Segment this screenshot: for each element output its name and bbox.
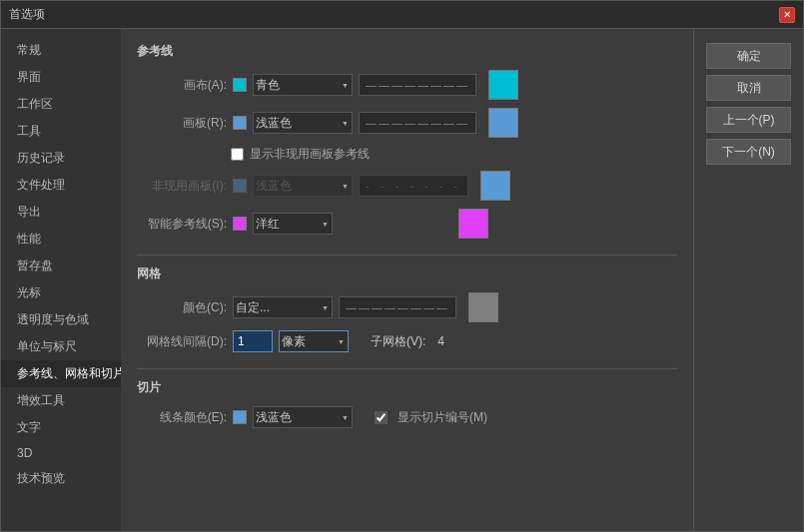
board-label: 画板(R): xyxy=(137,115,227,132)
grid-interval-label: 网格线间隔(D): xyxy=(137,333,227,350)
grid-color-select-wrapper: 自定... 浅蓝色 青色 洋红 xyxy=(233,296,333,318)
grid-interval-row: 网格线间隔(D): 像素 厘米 毫米 英寸 点 子网格(V): 4 xyxy=(137,330,677,352)
show-nonactive-label: 显示非现用画板参考线 xyxy=(250,146,370,163)
slice-color-select[interactable]: 浅蓝色 青色 洋红 黄色 绿色 红色 自定... xyxy=(253,406,353,428)
guides-title: 参考线 xyxy=(137,43,677,60)
canvas-label: 画布(A): xyxy=(137,77,227,94)
canvas-dash-line: ———————— xyxy=(359,74,476,96)
smart-row: 智能参考线(S): 洋红 青色 浅蓝色 黄色 绿色 红色 自定... xyxy=(137,209,677,239)
nonactive-color-box[interactable] xyxy=(480,171,510,201)
dialog-content: 常规 界面 工作区 工具 历史记录 文件处理 导出 性能 暂存盘 光标 透明度与… xyxy=(1,29,803,531)
nonactive-color-swatch xyxy=(233,179,247,193)
sidebar-item-units[interactable]: 单位与标尺 xyxy=(1,333,121,360)
subgrid-value: 4 xyxy=(437,334,444,348)
board-row: 画板(R): 浅蓝色 青色 洋红 黄色 绿色 红色 自定... — xyxy=(137,108,677,138)
grid-color-label: 颜色(C): xyxy=(137,299,227,316)
smart-color-box[interactable] xyxy=(458,209,488,239)
smart-color-select[interactable]: 洋红 青色 浅蓝色 黄色 绿色 红色 自定... xyxy=(253,213,333,235)
sidebar-item-workspace[interactable]: 工作区 xyxy=(1,91,121,118)
sidebar-item-general[interactable]: 常规 xyxy=(1,37,121,64)
dialog-title: 首选项 xyxy=(9,6,45,23)
slice-color-row: 线条颜色(E): 浅蓝色 青色 洋红 黄色 绿色 红色 自定... xyxy=(137,406,677,428)
board-color-box[interactable] xyxy=(488,108,518,138)
main-panel: 参考线 画布(A): 青色 浅蓝色 洋红 黄色 绿色 红色 自定... xyxy=(121,29,693,531)
nonactive-label: 非现用画板(I): xyxy=(137,178,227,195)
title-bar: 首选项 ✕ xyxy=(1,1,803,29)
sidebar-item-tools[interactable]: 工具 xyxy=(1,118,121,145)
grid-section: 网格 颜色(C): 自定... 浅蓝色 青色 洋红 ———————— xyxy=(137,266,677,352)
grid-interval-input[interactable] xyxy=(233,330,273,352)
show-nonactive-checkbox[interactable] xyxy=(231,148,244,161)
canvas-color-swatch xyxy=(233,78,247,92)
board-color-select[interactable]: 浅蓝色 青色 洋红 黄色 绿色 红色 自定... xyxy=(253,112,353,134)
nonactive-row: 非现用画板(I): 浅蓝色 - - - - - - - xyxy=(137,171,677,201)
section-divider-2 xyxy=(137,368,677,369)
canvas-row: 画布(A): 青色 浅蓝色 洋红 黄色 绿色 红色 自定... — xyxy=(137,70,677,100)
sidebar-item-export[interactable]: 导出 xyxy=(1,199,121,226)
close-button[interactable]: ✕ xyxy=(779,7,795,23)
grid-title: 网格 xyxy=(137,266,677,282)
slice-color-label: 线条颜色(E): xyxy=(137,409,227,426)
smart-label: 智能参考线(S): xyxy=(137,216,227,233)
sidebar-item-performance[interactable]: 性能 xyxy=(1,226,121,253)
nonactive-color-select-wrapper: 浅蓝色 xyxy=(253,175,353,197)
subgrid-label: 子网格(V): xyxy=(371,333,425,350)
sidebar-item-filehandling[interactable]: 文件处理 xyxy=(1,172,121,199)
sidebar-item-type[interactable]: 文字 xyxy=(1,414,121,441)
right-panel: 确定 取消 上一个(P) 下一个(N) xyxy=(693,29,803,531)
show-numbers-checkbox[interactable] xyxy=(375,411,388,424)
grid-unit-select-wrapper: 像素 厘米 毫米 英寸 点 xyxy=(279,330,349,352)
guides-section: 参考线 画布(A): 青色 浅蓝色 洋红 黄色 绿色 红色 自定... xyxy=(137,43,677,239)
prev-button[interactable]: 上一个(P) xyxy=(706,107,791,133)
show-nonactive-row: 显示非现用画板参考线 xyxy=(231,146,677,163)
slice-color-select-wrapper: 浅蓝色 青色 洋红 黄色 绿色 红色 自定... xyxy=(253,406,353,428)
smart-color-select-wrapper: 洋红 青色 浅蓝色 黄色 绿色 红色 自定... xyxy=(253,213,333,235)
sidebar-item-plugins[interactable]: 增效工具 xyxy=(1,387,121,414)
sidebar-item-history[interactable]: 历史记录 xyxy=(1,145,121,172)
board-color-select-wrapper: 浅蓝色 青色 洋红 黄色 绿色 红色 自定... xyxy=(253,112,353,134)
next-button[interactable]: 下一个(N) xyxy=(706,139,791,165)
grid-unit-select[interactable]: 像素 厘米 毫米 英寸 点 xyxy=(279,330,349,352)
grid-color-row: 颜色(C): 自定... 浅蓝色 青色 洋红 ———————— xyxy=(137,292,677,322)
sidebar-item-techpreview[interactable]: 技术预览 xyxy=(1,465,121,492)
canvas-color-select[interactable]: 青色 浅蓝色 洋红 黄色 绿色 红色 自定... xyxy=(253,74,353,96)
sidebar: 常规 界面 工作区 工具 历史记录 文件处理 导出 性能 暂存盘 光标 透明度与… xyxy=(1,29,121,531)
sidebar-item-cursor[interactable]: 光标 xyxy=(1,279,121,306)
nonactive-dash-line: - - - - - - - xyxy=(359,175,468,197)
board-dash-line: ———————— xyxy=(359,112,476,134)
sidebar-item-3d[interactable]: 3D xyxy=(1,441,121,465)
sidebar-item-guides[interactable]: 参考线、网格和切片 xyxy=(1,360,121,387)
sidebar-item-transparency[interactable]: 透明度与色域 xyxy=(1,306,121,333)
slices-section: 切片 线条颜色(E): 浅蓝色 青色 洋红 黄色 绿色 红色 自定... xyxy=(137,379,677,428)
sidebar-item-interface[interactable]: 界面 xyxy=(1,64,121,91)
cancel-button[interactable]: 取消 xyxy=(706,75,791,101)
grid-dash-line: ———————— xyxy=(339,296,456,318)
canvas-color-box[interactable] xyxy=(488,70,518,100)
show-numbers-label: 显示切片编号(M) xyxy=(398,409,487,426)
preferences-dialog: 首选项 ✕ 常规 界面 工作区 工具 历史记录 文件处理 导出 性能 暂存盘 光… xyxy=(0,0,804,532)
sidebar-item-scratch[interactable]: 暂存盘 xyxy=(1,253,121,279)
grid-color-select[interactable]: 自定... 浅蓝色 青色 洋红 xyxy=(233,296,333,318)
grid-color-box[interactable] xyxy=(468,292,498,322)
slices-title: 切片 xyxy=(137,379,677,396)
canvas-color-select-wrapper: 青色 浅蓝色 洋红 黄色 绿色 红色 自定... xyxy=(253,74,353,96)
slice-color-swatch xyxy=(233,410,247,424)
smart-color-swatch xyxy=(233,217,247,231)
nonactive-color-select[interactable]: 浅蓝色 xyxy=(253,175,353,197)
section-divider-1 xyxy=(137,255,677,256)
ok-button[interactable]: 确定 xyxy=(706,43,791,69)
board-color-swatch xyxy=(233,116,247,130)
